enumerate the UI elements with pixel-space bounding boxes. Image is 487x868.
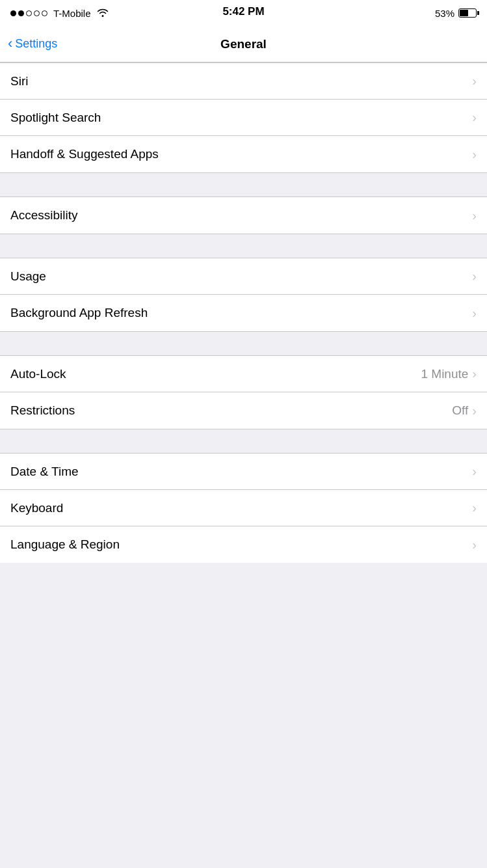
language-region-row-left: Language & Region xyxy=(10,537,472,552)
page-title: General xyxy=(220,37,267,51)
handoff-row-right: › xyxy=(472,147,477,162)
date-time-chevron-icon: › xyxy=(472,464,477,479)
background-app-refresh-row-right: › xyxy=(472,306,477,321)
language-region-row-right: › xyxy=(472,537,477,552)
siri-row-right: › xyxy=(472,74,477,88)
signal-dot-2 xyxy=(18,10,24,16)
language-region-label: Language & Region xyxy=(10,537,120,552)
separator-1 xyxy=(0,172,487,197)
signal-dot-5 xyxy=(42,10,47,16)
signal-dot-1 xyxy=(10,10,16,16)
section-3-list: Usage › Background App Refresh › xyxy=(0,258,487,331)
siri-row[interactable]: Siri › xyxy=(0,63,487,100)
section-1-list: Siri › Spotlight Search › Handoff & Sugg… xyxy=(0,63,487,172)
keyboard-row-right: › xyxy=(472,500,477,515)
accessibility-row-left: Accessibility xyxy=(10,208,472,223)
keyboard-row[interactable]: Keyboard › xyxy=(0,490,487,526)
back-button[interactable]: ‹ Settings xyxy=(8,37,57,51)
background-app-refresh-row[interactable]: Background App Refresh › xyxy=(0,295,487,331)
separator-3 xyxy=(0,331,487,356)
usage-chevron-icon: › xyxy=(472,269,477,284)
battery-fill xyxy=(460,10,468,16)
background-app-refresh-chevron-icon: › xyxy=(472,306,477,321)
signal-dots xyxy=(10,10,47,16)
handoff-row-left: Handoff & Suggested Apps xyxy=(10,147,472,161)
restrictions-row-right: Off › xyxy=(452,403,477,418)
accessibility-label: Accessibility xyxy=(10,208,77,223)
siri-label: Siri xyxy=(10,74,28,88)
keyboard-chevron-icon: › xyxy=(472,500,477,515)
spotlight-search-chevron-icon: › xyxy=(472,110,477,125)
back-chevron-icon: ‹ xyxy=(8,36,12,51)
battery-percent-label: 53% xyxy=(435,8,454,19)
usage-row-left: Usage xyxy=(10,269,472,284)
signal-dot-3 xyxy=(26,10,32,16)
section-3: Usage › Background App Refresh › xyxy=(0,258,487,331)
language-region-row[interactable]: Language & Region › xyxy=(0,526,487,563)
section-2: Accessibility › xyxy=(0,197,487,234)
auto-lock-row-right: 1 Minute › xyxy=(421,366,477,381)
spotlight-search-label: Spotlight Search xyxy=(10,111,101,125)
keyboard-label: Keyboard xyxy=(10,501,63,515)
date-time-row[interactable]: Date & Time › xyxy=(0,454,487,490)
accessibility-chevron-icon: › xyxy=(472,208,477,223)
date-time-label: Date & Time xyxy=(10,465,79,479)
auto-lock-label: Auto-Lock xyxy=(10,367,66,381)
restrictions-label: Restrictions xyxy=(10,403,75,418)
date-time-row-right: › xyxy=(472,464,477,479)
handoff-row[interactable]: Handoff & Suggested Apps › xyxy=(0,136,487,172)
auto-lock-row[interactable]: Auto-Lock 1 Minute › xyxy=(0,356,487,392)
battery-icon xyxy=(458,8,477,18)
section-1: Siri › Spotlight Search › Handoff & Sugg… xyxy=(0,62,487,172)
siri-chevron-icon: › xyxy=(472,74,477,88)
restrictions-value: Off xyxy=(452,403,468,418)
background-app-refresh-row-left: Background App Refresh xyxy=(10,306,472,320)
section-5-list: Date & Time › Keyboard › Language & Regi… xyxy=(0,454,487,563)
keyboard-row-left: Keyboard xyxy=(10,501,472,515)
wifi-icon xyxy=(97,8,109,19)
section-4: Auto-Lock 1 Minute › Restrictions Off › xyxy=(0,356,487,429)
language-region-chevron-icon: › xyxy=(472,537,477,552)
signal-dot-4 xyxy=(34,10,40,16)
auto-lock-row-left: Auto-Lock xyxy=(10,367,421,381)
spotlight-search-row[interactable]: Spotlight Search › xyxy=(0,100,487,136)
spotlight-search-row-right: › xyxy=(472,110,477,125)
usage-label: Usage xyxy=(10,269,46,284)
auto-lock-value: 1 Minute xyxy=(421,367,468,381)
accessibility-row[interactable]: Accessibility › xyxy=(0,197,487,234)
status-right: 53% xyxy=(435,8,477,19)
restrictions-row[interactable]: Restrictions Off › xyxy=(0,392,487,429)
handoff-chevron-icon: › xyxy=(472,147,477,162)
date-time-row-left: Date & Time xyxy=(10,465,472,479)
spotlight-search-row-left: Spotlight Search xyxy=(10,111,472,125)
carrier-label: T-Mobile xyxy=(53,8,91,19)
siri-row-left: Siri xyxy=(10,74,472,88)
status-left: T-Mobile xyxy=(10,8,109,19)
handoff-label: Handoff & Suggested Apps xyxy=(10,147,159,161)
section-2-list: Accessibility › xyxy=(0,197,487,234)
separator-2 xyxy=(0,234,487,258)
battery-icon-container xyxy=(458,8,477,18)
background-app-refresh-label: Background App Refresh xyxy=(10,306,148,320)
usage-row[interactable]: Usage › xyxy=(0,258,487,295)
section-4-list: Auto-Lock 1 Minute › Restrictions Off › xyxy=(0,356,487,429)
nav-bar: ‹ Settings General xyxy=(0,26,487,62)
separator-4 xyxy=(0,429,487,454)
auto-lock-chevron-icon: › xyxy=(472,366,477,381)
status-time: 5:42 PM xyxy=(222,5,264,18)
restrictions-row-left: Restrictions xyxy=(10,403,452,418)
back-label: Settings xyxy=(15,37,57,51)
section-5: Date & Time › Keyboard › Language & Regi… xyxy=(0,454,487,563)
accessibility-row-right: › xyxy=(472,208,477,223)
status-bar: T-Mobile 5:42 PM 53% xyxy=(0,0,487,26)
restrictions-chevron-icon: › xyxy=(472,403,477,418)
usage-row-right: › xyxy=(472,269,477,284)
